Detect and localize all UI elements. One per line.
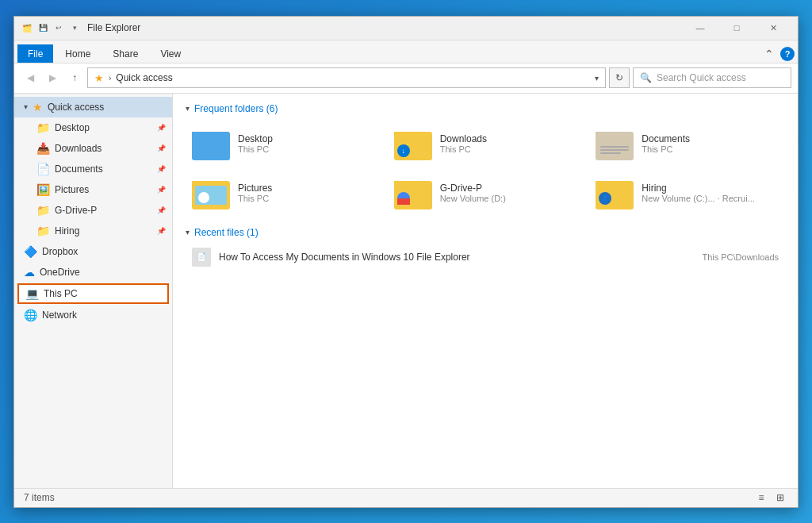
recent-file-location: This PC\Downloads xyxy=(702,252,779,262)
sidebar-item-dropbox[interactable]: 🔷 Dropbox xyxy=(14,241,172,262)
dropbox-icon: 🔷 xyxy=(24,245,37,258)
onedrive-icon: ☁ xyxy=(24,266,35,279)
sidebar-item-thispc[interactable]: 💻 This PC xyxy=(17,283,169,304)
downloads-folder-sub: This PC xyxy=(440,144,487,154)
documents-folder-icon: 📄 xyxy=(36,163,50,175)
documents-folder-name: Documents xyxy=(642,133,690,144)
title-bar-icons: 🗂️ 💾 ↩ ▾ xyxy=(21,21,81,34)
sidebar-item-onedrive[interactable]: ☁ OneDrive xyxy=(14,262,172,283)
sidebar-hiring-label: Hiring xyxy=(55,225,79,237)
ribbon-tabs: File Home Share View ⌃ ? xyxy=(14,40,798,63)
sidebar-item-downloads[interactable]: 📥 Downloads 📌 xyxy=(14,138,172,159)
ribbon: File Home Share View ⌃ ? xyxy=(14,40,798,63)
desktop-folder-thumb xyxy=(192,127,230,160)
window-title: File Explorer xyxy=(87,22,682,33)
save-icon: 💾 xyxy=(36,21,49,34)
hiring-folder-icon: 📁 xyxy=(36,225,50,237)
recent-chevron-icon: ▾ xyxy=(186,228,190,237)
gdrive-folder-icon: 📁 xyxy=(36,204,50,217)
undo-icon: ↩ xyxy=(52,21,65,34)
sidebar-item-quick-access[interactable]: ▾ ★ Quick access xyxy=(14,97,172,117)
documents-folder-sub: This PC xyxy=(642,144,690,154)
doc-lines xyxy=(600,146,629,156)
quick-access-star-icon: ★ xyxy=(94,72,104,84)
pin-icon-documents: 📌 xyxy=(157,165,166,173)
network-icon: 🌐 xyxy=(24,309,37,321)
folder-gdrive[interactable]: G-Drive-P New Volume (D:) xyxy=(388,171,584,214)
dropdown-icon: ▾ xyxy=(68,21,81,34)
search-placeholder: Search Quick access xyxy=(657,72,746,83)
hiring-folder-name: Hiring xyxy=(642,183,754,194)
pin-icon-pictures: 📌 xyxy=(157,186,166,194)
thispc-icon: 💻 xyxy=(25,287,39,300)
recent-files-title: Recent files (1) xyxy=(194,227,259,238)
quick-access-icon: ★ xyxy=(33,101,43,113)
ribbon-collapse-icon[interactable]: ⌃ xyxy=(764,48,774,60)
folder-documents[interactable]: Documents This PC xyxy=(589,122,785,165)
pin-icon: 📌 xyxy=(157,124,166,132)
up-button[interactable]: ↑ xyxy=(65,68,84,87)
pin-icon-hiring: 📌 xyxy=(157,227,166,235)
tab-file[interactable]: File xyxy=(17,44,53,63)
search-box[interactable]: 🔍 Search Quick access xyxy=(633,67,791,88)
sidebar-item-gdrive[interactable]: 📁 G-Drive-P 📌 xyxy=(14,200,172,221)
sidebar-item-desktop[interactable]: 📁 Desktop 📌 xyxy=(14,117,172,138)
sidebar-quick-access-label: Quick access xyxy=(48,102,104,113)
download-badge: ↓ xyxy=(397,144,410,157)
downloads-folder-info: Downloads This PC xyxy=(440,133,487,154)
tab-view[interactable]: View xyxy=(150,44,191,63)
refresh-button[interactable]: ↻ xyxy=(609,67,630,88)
pin-icon-downloads: 📌 xyxy=(157,144,166,152)
sidebar-item-network[interactable]: 🌐 Network xyxy=(14,305,172,325)
pictures-folder-icon: 🖼️ xyxy=(36,183,50,196)
hiring-folder-thumb: 👤 xyxy=(596,176,634,210)
maximize-button[interactable]: □ xyxy=(718,16,755,40)
sidebar-gdrive-label: G-Drive-P xyxy=(55,205,97,216)
sidebar: ▾ ★ Quick access 📁 Desktop 📌 📥 Downloads… xyxy=(14,94,173,488)
file-explorer-window: 🗂️ 💾 ↩ ▾ File Explorer — □ ✕ File Home S… xyxy=(13,16,799,508)
documents-folder-info: Documents This PC xyxy=(642,133,690,154)
downloads-folder-thumb: ↓ xyxy=(394,127,432,160)
desktop-folder-name: Desktop xyxy=(238,133,273,144)
sidebar-item-hiring[interactable]: 📁 Hiring 📌 xyxy=(14,221,172,241)
gdrive-folder-name: G-Drive-P xyxy=(440,183,506,194)
sidebar-downloads-label: Downloads xyxy=(55,143,102,154)
sidebar-onedrive-label: OneDrive xyxy=(40,267,80,278)
tab-home[interactable]: Home xyxy=(55,44,101,63)
sidebar-thispc-label: This PC xyxy=(44,288,78,299)
details-view-button[interactable]: ≡ xyxy=(753,490,769,505)
address-field[interactable]: ★ › Quick access ▾ xyxy=(87,67,606,88)
tiles-view-button[interactable]: ⊞ xyxy=(772,490,788,505)
content-pane: ▾ Frequent folders (6) Desktop This PC xyxy=(173,94,798,488)
sidebar-documents-label: Documents xyxy=(55,163,103,175)
sidebar-pictures-label: Pictures xyxy=(55,184,89,195)
address-separator: › xyxy=(109,74,111,83)
folder-pictures[interactable]: Pictures This PC xyxy=(186,171,381,214)
recent-file-icon: 📄 xyxy=(192,248,211,267)
sidebar-desktop-label: Desktop xyxy=(55,122,90,133)
address-dropdown-icon[interactable]: ▾ xyxy=(595,74,599,83)
downloads-folder-icon: 📥 xyxy=(36,142,50,155)
folder-downloads[interactable]: ↓ Downloads This PC xyxy=(388,122,584,165)
sidebar-network-label: Network xyxy=(42,310,77,321)
search-icon: 🔍 xyxy=(640,72,652,83)
close-button[interactable]: ✕ xyxy=(755,16,791,40)
sidebar-item-pictures[interactable]: 🖼️ Pictures 📌 xyxy=(14,179,172,200)
recent-file-name: How To Access My Documents in Windows 10… xyxy=(219,252,694,263)
forward-button[interactable]: ▶ xyxy=(43,68,62,87)
folder-hiring[interactable]: 👤 Hiring New Volume (C:)... · Recrui... xyxy=(589,171,785,214)
folder-desktop[interactable]: Desktop This PC xyxy=(186,122,381,165)
pictures-folder-sub: This PC xyxy=(238,194,272,203)
frequent-folders-title: Frequent folders (6) xyxy=(194,103,278,114)
minimize-button[interactable]: — xyxy=(682,16,718,40)
back-button[interactable]: ◀ xyxy=(21,68,40,87)
gdrive-folder-info: G-Drive-P New Volume (D:) xyxy=(440,183,506,203)
tab-share[interactable]: Share xyxy=(102,44,148,63)
pictures-folder-thumb xyxy=(192,176,230,210)
folders-grid: Desktop This PC ↓ Downloads This PC xyxy=(186,122,785,214)
help-button[interactable]: ? xyxy=(780,47,795,61)
item-count: 7 items xyxy=(24,492,55,503)
main-area: ▾ ★ Quick access 📁 Desktop 📌 📥 Downloads… xyxy=(14,94,798,488)
sidebar-item-documents[interactable]: 📄 Documents 📌 xyxy=(14,159,172,179)
recent-file-item[interactable]: 📄 How To Access My Documents in Windows … xyxy=(186,244,785,270)
